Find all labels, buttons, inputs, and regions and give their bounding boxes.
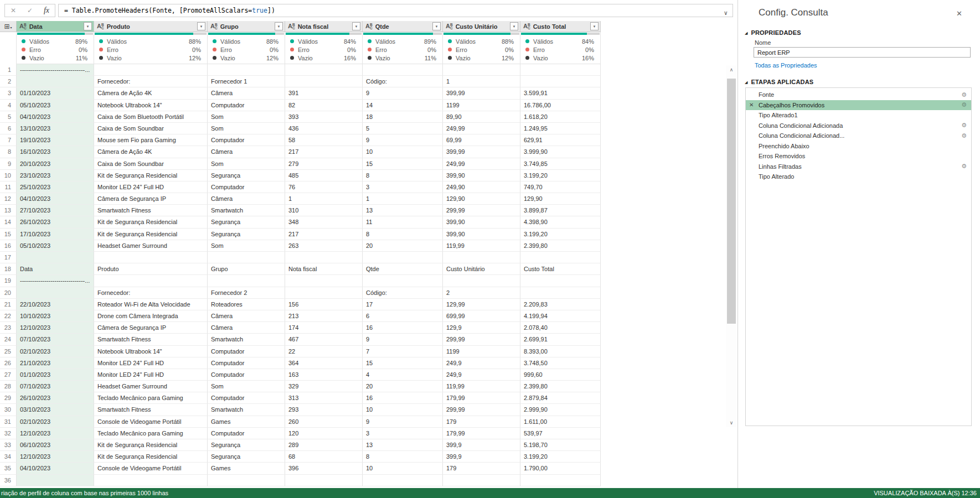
row-number[interactable]: 21 bbox=[0, 299, 17, 310]
table-cell[interactable]: Câmera bbox=[208, 146, 285, 158]
table-cell[interactable]: 8 bbox=[363, 451, 443, 463]
filter-dropdown-icon[interactable]: ▼ bbox=[590, 22, 599, 30]
table-cell[interactable] bbox=[443, 64, 520, 76]
table-cell[interactable]: Código: bbox=[363, 76, 443, 87]
table-cell[interactable]: Câmera bbox=[208, 310, 285, 322]
table-cell[interactable]: Segurança bbox=[208, 229, 285, 240]
table-cell[interactable]: 8 bbox=[363, 170, 443, 181]
table-cell[interactable]: 1 bbox=[285, 193, 363, 205]
filter-dropdown-icon[interactable]: ▼ bbox=[197, 22, 205, 30]
table-cell[interactable]: Segurança bbox=[208, 439, 285, 451]
table-cell[interactable]: 217 bbox=[285, 146, 363, 158]
table-cell[interactable]: 436 bbox=[285, 123, 363, 134]
table-cell[interactable]: 07/10/2023 bbox=[17, 334, 94, 345]
table-cell[interactable] bbox=[285, 287, 363, 299]
filter-dropdown-icon[interactable]: ▼ bbox=[432, 22, 441, 30]
table-cell[interactable]: Smartwatch bbox=[208, 404, 285, 416]
table-cell[interactable]: 313 bbox=[285, 392, 363, 404]
table-cell[interactable]: 05/10/2023 bbox=[17, 240, 94, 252]
table-cell[interactable]: Código: bbox=[363, 287, 443, 299]
table-cell[interactable]: Smartwatch bbox=[208, 205, 285, 216]
row-number[interactable]: 34 bbox=[0, 451, 17, 463]
column-header-grupo[interactable]: ABCGrupo▼ bbox=[208, 21, 285, 32]
table-cell[interactable]: 329 bbox=[285, 381, 363, 392]
table-cell[interactable]: 10 bbox=[363, 404, 443, 416]
table-cell[interactable]: 04/10/2023 bbox=[17, 111, 94, 123]
row-number[interactable]: 32 bbox=[0, 428, 17, 439]
filter-dropdown-icon[interactable]: ▼ bbox=[84, 22, 92, 30]
table-cell[interactable]: 467 bbox=[285, 334, 363, 345]
table-cell[interactable]: 2.078,40 bbox=[520, 322, 601, 334]
table-cell[interactable]: 10 bbox=[363, 146, 443, 158]
row-number[interactable]: 13 bbox=[0, 205, 17, 216]
table-cell[interactable]: 13 bbox=[363, 205, 443, 216]
table-cell[interactable]: 9 bbox=[363, 334, 443, 345]
table-cell[interactable]: 129,99 bbox=[443, 299, 520, 310]
table-cell[interactable]: 21/10/2023 bbox=[17, 357, 94, 369]
filter-dropdown-icon[interactable]: ▼ bbox=[510, 22, 518, 30]
table-cell[interactable]: 999,60 bbox=[520, 369, 601, 381]
table-cell[interactable]: 249,99 bbox=[443, 123, 520, 134]
row-number[interactable]: 30 bbox=[0, 404, 17, 416]
table-cell[interactable]: 19/10/2023 bbox=[17, 134, 94, 146]
scroll-up-icon[interactable]: ∧ bbox=[726, 65, 737, 74]
query-name-input[interactable] bbox=[754, 47, 971, 58]
table-cell[interactable]: 2.209,83 bbox=[520, 299, 601, 310]
table-cell[interactable] bbox=[363, 252, 443, 263]
applied-step-cabecalhos-promovidos[interactable]: ✕Cabeçalhos Promovidos⚙ bbox=[746, 100, 971, 111]
table-cell[interactable]: 3.749,85 bbox=[520, 158, 601, 170]
table-cell[interactable]: 18 bbox=[363, 111, 443, 123]
table-cell[interactable]: 213 bbox=[285, 310, 363, 322]
table-cell[interactable]: 12/10/2023 bbox=[17, 322, 94, 334]
table-cell[interactable]: 25/10/2023 bbox=[17, 181, 94, 193]
table-cell[interactable]: 26/10/2023 bbox=[17, 392, 94, 404]
table-cell[interactable] bbox=[208, 252, 285, 263]
table-cell[interactable]: Roteador Wi-Fi de Alta Velocidade bbox=[94, 299, 208, 310]
table-cell[interactable]: 399,99 bbox=[443, 146, 520, 158]
row-number[interactable]: 35 bbox=[0, 463, 17, 474]
row-number[interactable]: 31 bbox=[0, 416, 17, 428]
table-cell[interactable]: Drone com Câmera Integrada bbox=[94, 310, 208, 322]
table-cell[interactable]: Som bbox=[208, 111, 285, 123]
table-cell[interactable]: Computador bbox=[208, 428, 285, 439]
table-cell[interactable]: 179 bbox=[443, 463, 520, 474]
table-cell[interactable]: 4 bbox=[363, 369, 443, 381]
table-cell[interactable]: Games bbox=[208, 416, 285, 428]
row-number[interactable]: 26 bbox=[0, 357, 17, 369]
applied-step-tipo-alterado1[interactable]: Tipo Alterado1 bbox=[746, 110, 971, 121]
row-number[interactable]: 2 bbox=[0, 76, 17, 87]
table-cell[interactable]: 02/10/2023 bbox=[17, 416, 94, 428]
table-cell[interactable]: 179 bbox=[443, 416, 520, 428]
table-cell[interactable]: 10 bbox=[363, 463, 443, 474]
table-cell[interactable] bbox=[208, 275, 285, 287]
column-header-custo-total[interactable]: ABCCusto Total▼ bbox=[520, 21, 601, 32]
table-cell[interactable]: 1 bbox=[443, 76, 520, 87]
table-cell[interactable]: Nota fiscal bbox=[285, 263, 363, 275]
table-cell[interactable]: 06/10/2023 bbox=[17, 439, 94, 451]
gear-icon[interactable]: ⚙ bbox=[961, 91, 967, 98]
table-cell[interactable]: Fornecedor: bbox=[94, 287, 208, 299]
table-cell[interactable] bbox=[285, 76, 363, 87]
table-cell[interactable]: 3.199,20 bbox=[520, 451, 601, 463]
table-cell[interactable]: 26/10/2023 bbox=[17, 216, 94, 228]
row-number[interactable]: 11 bbox=[0, 181, 17, 193]
table-cell[interactable]: 3.199,20 bbox=[520, 170, 601, 181]
table-cell[interactable]: Câmera bbox=[208, 87, 285, 99]
row-number[interactable]: 29 bbox=[0, 392, 17, 404]
gear-icon[interactable]: ⚙ bbox=[961, 101, 967, 108]
table-cell[interactable]: Fornecedor 1 bbox=[208, 76, 285, 87]
row-number[interactable]: 14 bbox=[0, 216, 17, 228]
table-cell[interactable]: Câmera de Ação 4K bbox=[94, 87, 208, 99]
table-cell[interactable]: Caixa de Som Bluetooth Portátil bbox=[94, 111, 208, 123]
table-cell[interactable]: 3 bbox=[363, 428, 443, 439]
table-cell[interactable]: Kit de Segurança Residencial bbox=[94, 229, 208, 240]
table-cell[interactable]: 13/10/2023 bbox=[17, 123, 94, 134]
column-header-produto[interactable]: ABCProduto▼ bbox=[94, 21, 208, 32]
row-number[interactable]: 22 bbox=[0, 310, 17, 322]
table-cell[interactable]: 163 bbox=[285, 369, 363, 381]
table-cell[interactable]: 1.611,00 bbox=[520, 416, 601, 428]
table-cell[interactable]: 1.790,00 bbox=[520, 463, 601, 474]
table-cell[interactable]: 399,90 bbox=[443, 170, 520, 181]
table-cell[interactable]: Fornecedor: bbox=[94, 76, 208, 87]
table-cell[interactable]: Games bbox=[208, 463, 285, 474]
